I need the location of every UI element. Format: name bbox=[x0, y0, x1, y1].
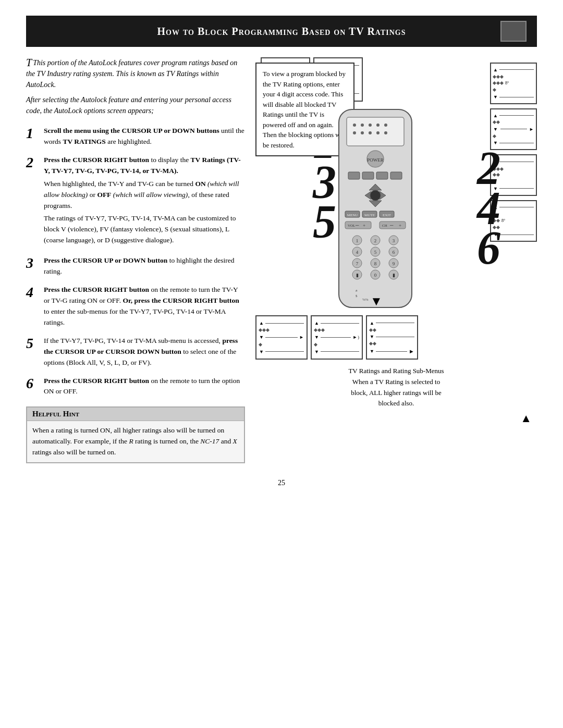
step-2-number: 2 bbox=[26, 155, 38, 171]
arrow-down-remote: ▼ bbox=[370, 294, 383, 309]
svg-rect-16 bbox=[376, 172, 388, 179]
svg-rect-14 bbox=[348, 172, 360, 179]
svg-text:▮: ▮ bbox=[356, 273, 359, 278]
svg-point-4 bbox=[369, 124, 372, 127]
step-1-content: Scroll the menu using the CURSOR UP or D… bbox=[44, 126, 245, 147]
svg-text:8: 8 bbox=[374, 261, 377, 266]
step-6: 6 Press the CURSOR RIGHT button on the r… bbox=[26, 376, 245, 398]
svg-text:POWER: POWER bbox=[367, 157, 384, 163]
step-1-bold2: TV RATINGS bbox=[63, 138, 105, 145]
svg-rect-17 bbox=[390, 172, 402, 179]
svg-text:1: 1 bbox=[356, 238, 359, 243]
svg-text:MENU: MENU bbox=[347, 213, 358, 217]
svg-point-6 bbox=[384, 124, 387, 127]
caption-line1: TV Ratings and Rating Sub-Menus bbox=[255, 366, 537, 377]
svg-point-8 bbox=[361, 131, 364, 134]
main-content: TThis portion of the AutoLock features c… bbox=[26, 57, 537, 463]
svg-point-9 bbox=[369, 131, 372, 134]
step-2-content: Press the CURSOR RIGHT button to display… bbox=[44, 155, 245, 248]
svg-text:6: 6 bbox=[393, 250, 395, 255]
step-5: 5 If the TV-Y7, TV-PG, TV-14 or TV-MA su… bbox=[26, 336, 245, 368]
step-1-number: 1 bbox=[26, 126, 38, 142]
caption-line2: When a TV Rating is selected to bbox=[255, 377, 537, 388]
step-4: 4 Press the CURSOR RIGHT button on the r… bbox=[26, 285, 245, 328]
svg-point-7 bbox=[353, 131, 356, 134]
intro-para2: After selecting the Autolock feature and… bbox=[26, 94, 245, 116]
step-5-content: If the TV-Y7, TV-PG, TV-14 or TV-MA sub-… bbox=[44, 336, 245, 368]
step-3-content: Press the CURSOR UP or DOWN button to hi… bbox=[44, 255, 245, 277]
svg-text:EXIT: EXIT bbox=[383, 213, 391, 217]
header-box bbox=[500, 21, 527, 42]
svg-text:#: # bbox=[356, 289, 358, 293]
svg-text:+: + bbox=[363, 223, 365, 228]
hint-content: When a rating is turned ON, all higher r… bbox=[27, 421, 244, 462]
svg-text:0: 0 bbox=[374, 273, 377, 278]
svg-point-10 bbox=[376, 131, 380, 134]
hint-title: Helpful Hint bbox=[27, 408, 244, 421]
step-4-content: Press the CURSOR RIGHT button on the rem… bbox=[44, 285, 245, 328]
hint-box: Helpful Hint When a rating is turned ON,… bbox=[26, 406, 245, 463]
svg-point-11 bbox=[384, 131, 387, 134]
step-6-number: 6 bbox=[26, 376, 38, 392]
step-5-number: 5 bbox=[26, 336, 38, 352]
svg-text:5: 5 bbox=[374, 250, 377, 255]
svg-point-5 bbox=[376, 124, 380, 127]
svg-text:─: ─ bbox=[355, 223, 359, 228]
intro-para1: TThis portion of the AutoLock features c… bbox=[26, 57, 245, 90]
rs-panel1: ▲ 8° ▼ bbox=[490, 63, 537, 104]
step-4-number: 4 bbox=[26, 285, 38, 301]
big-numbers-right: 2 4 6 bbox=[477, 149, 500, 268]
caption-line4: blocked also. bbox=[255, 398, 537, 409]
step-3: 3 Press the CURSOR UP or DOWN button to … bbox=[26, 255, 245, 277]
svg-text:7: 7 bbox=[356, 261, 359, 266]
svg-text:%%: %% bbox=[362, 298, 369, 302]
page-number: 25 bbox=[26, 479, 537, 487]
caption-line3: block, ALL higher ratings will be bbox=[255, 388, 537, 399]
page-title: How to Block Programming Based on TV Rat… bbox=[157, 26, 406, 38]
svg-text:+: + bbox=[399, 223, 401, 228]
svg-text:$: $ bbox=[356, 294, 358, 298]
svg-text:MUTE: MUTE bbox=[364, 213, 375, 217]
arrow-down-bottom: ▲ bbox=[520, 412, 532, 425]
svg-text:VOL: VOL bbox=[348, 224, 355, 228]
svg-point-3 bbox=[361, 124, 364, 127]
remote-svg: POWER bbox=[323, 107, 427, 326]
svg-text:9: 9 bbox=[393, 261, 395, 266]
svg-text:3: 3 bbox=[393, 238, 395, 243]
svg-text:▮: ▮ bbox=[393, 273, 395, 278]
svg-rect-15 bbox=[362, 172, 374, 179]
page: How to Block Programming Based on TV Rat… bbox=[0, 0, 563, 728]
step-6-content: Press the CURSOR RIGHT button on the rem… bbox=[44, 376, 245, 398]
left-column: TThis portion of the AutoLock features c… bbox=[26, 57, 245, 463]
svg-point-2 bbox=[353, 124, 356, 127]
svg-point-22 bbox=[370, 190, 381, 201]
step-1-bold: Scroll the menu using the CURSOR UP or D… bbox=[44, 127, 219, 134]
page-header: How to Block Programming Based on TV Rat… bbox=[26, 16, 537, 47]
step-1: 1 Scroll the menu using the CURSOR UP or… bbox=[26, 126, 245, 147]
step-2: 2 Press the CURSOR RIGHT button to displ… bbox=[26, 155, 245, 248]
svg-text:2: 2 bbox=[374, 238, 377, 243]
step-3-number: 3 bbox=[26, 255, 38, 272]
svg-text:─: ─ bbox=[389, 223, 394, 228]
svg-text:4: 4 bbox=[356, 250, 359, 255]
right-column: To view a program blocked by the TV Rati… bbox=[255, 57, 537, 463]
svg-text:CH: CH bbox=[382, 224, 387, 228]
caption-area: TV Ratings and Rating Sub-Menus When a T… bbox=[255, 366, 537, 409]
